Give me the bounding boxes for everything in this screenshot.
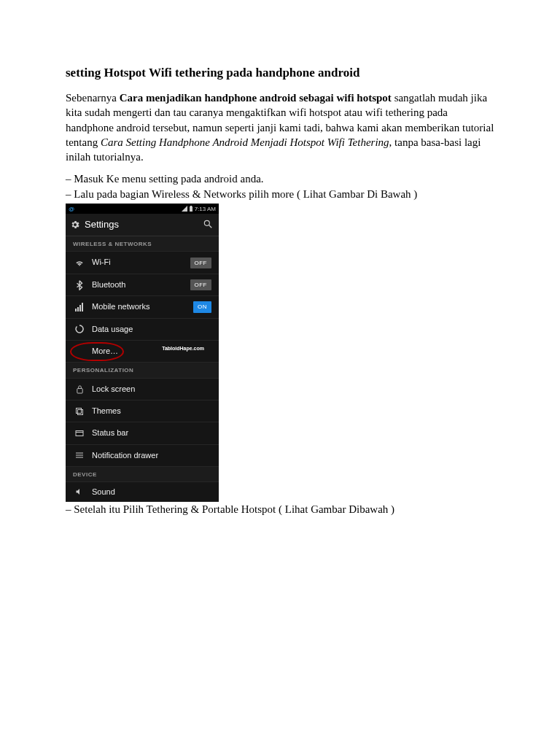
row-bluetooth[interactable]: Bluetooth OFF xyxy=(66,274,219,296)
svg-rect-11 xyxy=(78,409,83,414)
titlebar: Settings xyxy=(66,214,219,236)
svg-rect-5 xyxy=(75,309,77,311)
titlebar-label: Settings xyxy=(85,218,119,231)
signal-icon xyxy=(182,206,187,212)
search-icon[interactable] xyxy=(203,219,213,229)
row-mobile[interactable]: Mobile networks ON xyxy=(66,296,219,318)
bluetooth-icon xyxy=(73,280,86,290)
bluetooth-toggle[interactable]: OFF xyxy=(190,279,212,290)
row-lock-screen[interactable]: Lock screen xyxy=(66,379,219,400)
themes-icon xyxy=(73,407,86,416)
intro-pre: Sebenarnya xyxy=(66,92,120,104)
row-sound[interactable]: Sound xyxy=(66,482,219,502)
step-3-text: – Setelah itu Pilih Tethering & Portable… xyxy=(66,502,494,517)
status-time: 7:13 AM xyxy=(195,205,216,213)
section-wireless: WIRELESS & NETWORKS xyxy=(66,236,219,252)
svg-rect-12 xyxy=(76,431,83,436)
section-device: DEVICE xyxy=(66,467,219,482)
bluetooth-label: Bluetooth xyxy=(92,279,190,290)
wifi-label: Wi-Fi xyxy=(92,257,190,268)
data-usage-icon xyxy=(73,325,86,333)
battery-icon xyxy=(189,206,193,212)
mobile-label: Mobile networks xyxy=(92,301,193,312)
row-themes[interactable]: Themes xyxy=(66,400,219,422)
row-data-usage[interactable]: Data usage xyxy=(66,319,219,341)
svg-rect-8 xyxy=(82,303,83,311)
lock-icon xyxy=(73,384,86,394)
phone-screenshot: @ 7:13 AM Settings WIRELESS & NETWORKS xyxy=(66,204,219,502)
status-left-icon: @ xyxy=(69,205,74,213)
step-1-text: – Masuk Ke menu setting pada android and… xyxy=(66,171,494,187)
intro-italic: Cara Setting Handphone Android Menjadi H… xyxy=(101,136,389,148)
page-title: setting Hotspot Wifi tethering pada hand… xyxy=(66,66,494,80)
svg-line-4 xyxy=(209,225,212,228)
signal-bars-icon xyxy=(73,303,86,311)
intro-paragraph: Sebenarnya Cara menjadikan handphone and… xyxy=(66,90,494,164)
mobile-toggle[interactable]: ON xyxy=(193,301,211,312)
notification-label: Notification drawer xyxy=(92,450,211,461)
svg-rect-9 xyxy=(77,388,82,392)
themes-label: Themes xyxy=(92,406,211,417)
statusbar-label: Status bar xyxy=(92,427,211,438)
intro-bold: Cara menjadikan handphone android sebaga… xyxy=(120,92,392,104)
sound-label: Sound xyxy=(92,487,211,498)
svg-rect-2 xyxy=(190,206,192,206)
svg-rect-7 xyxy=(79,305,81,311)
notification-icon xyxy=(73,452,86,459)
svg-marker-0 xyxy=(182,206,187,212)
svg-rect-10 xyxy=(77,408,82,413)
row-status-bar[interactable]: Status bar xyxy=(66,422,219,444)
lock-label: Lock screen xyxy=(92,384,211,395)
watermark-text: TabloidHape.com xyxy=(162,345,204,352)
step-2-text: – Lalu pada bagian Wireless & Networks p… xyxy=(66,187,494,202)
gear-icon xyxy=(70,220,80,230)
row-more[interactable]: More… TabloidHape.com xyxy=(66,341,219,363)
row-wifi[interactable]: Wi-Fi OFF xyxy=(66,252,219,274)
svg-point-3 xyxy=(204,221,209,226)
statusbar-icon xyxy=(73,430,86,437)
status-bar: @ 7:13 AM xyxy=(66,204,219,214)
row-notification[interactable]: Notification drawer xyxy=(66,445,219,467)
sound-icon xyxy=(73,487,86,496)
data-usage-label: Data usage xyxy=(92,324,211,335)
section-personalization: PERSONALIZATION xyxy=(66,363,219,378)
wifi-icon xyxy=(73,258,86,267)
svg-rect-1 xyxy=(190,206,192,212)
wifi-toggle[interactable]: OFF xyxy=(190,258,212,268)
svg-rect-6 xyxy=(77,307,79,311)
